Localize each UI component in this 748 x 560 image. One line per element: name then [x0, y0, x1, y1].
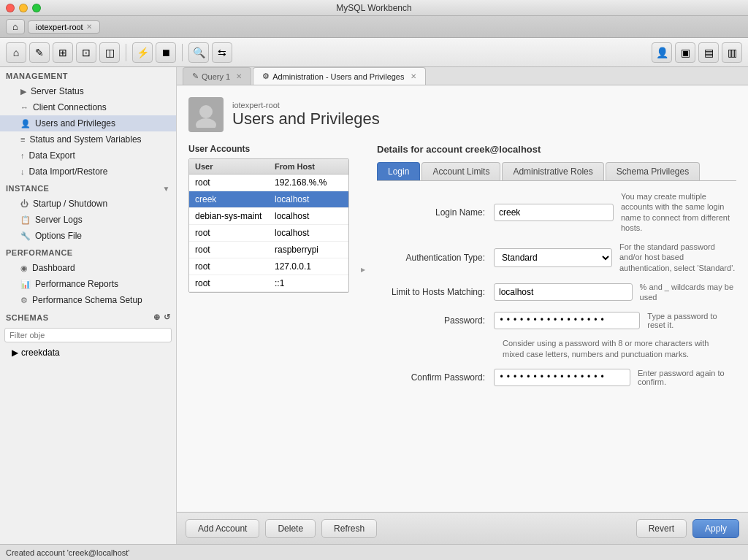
table-row[interactable]: root ::1 [189, 275, 348, 292]
sidebar-item-performance-reports[interactable]: 📊 Performance Reports [0, 276, 176, 292]
toolbar-migrate[interactable]: ⇆ [212, 42, 232, 63]
auth-type-row: Authentication Type: Standard For the st… [377, 242, 736, 273]
schemas-filter-input[interactable] [4, 328, 172, 342]
sidebar-item-server-status[interactable]: ▶ Server Status [0, 83, 176, 99]
content-tab-query1[interactable]: ✎ Query 1 ✕ [183, 67, 251, 85]
toolbar-layout-3[interactable]: ▥ [722, 42, 742, 63]
toolbar-sql-editor[interactable]: ✎ [29, 42, 50, 63]
sidebar-item-label: Data Import/Restore [29, 166, 108, 177]
toolbar-manage-connections[interactable]: ⊞ [53, 42, 73, 63]
auth-type-hint: For the standard password and/or host ba… [619, 242, 736, 273]
status-bar: Created account 'creek@localhost' [0, 544, 748, 560]
tab-iotexpert-root[interactable]: iotexpert-root ✕ [28, 20, 100, 34]
sidebar-item-label: Users and Privileges [35, 118, 115, 129]
auth-type-select[interactable]: Standard [494, 248, 612, 267]
main-layout: MANAGEMENT ▶ Server Status ↔ Client Conn… [0, 67, 748, 544]
delete-button[interactable]: Delete [265, 519, 316, 538]
toolbar-profile[interactable]: 👤 [652, 42, 672, 63]
table-row[interactable]: creek localhost [189, 191, 348, 208]
sidebar-item-data-import[interactable]: ↓ Data Import/Restore [0, 164, 176, 180]
login-name-label: Login Name: [377, 207, 494, 218]
admin-tab-close[interactable]: ✕ [411, 72, 416, 80]
close-button[interactable] [6, 4, 15, 12]
table-row[interactable]: root 127.0.0.1 [189, 258, 348, 275]
user-accounts-panel: User Accounts User From Host root 192.16… [188, 144, 349, 395]
sidebar-item-data-export[interactable]: ↑ Data Export [0, 147, 176, 164]
tab-bar-top: ⌂ iotexpert-root ✕ [0, 16, 748, 38]
sidebar-item-client-connections[interactable]: ↔ Client Connections [0, 99, 176, 115]
table-row[interactable]: root 192.168.%.% [189, 174, 348, 191]
sidebar-item-label: Data Export [29, 150, 75, 161]
minimize-button[interactable] [19, 4, 28, 12]
import-icon: ↓ [20, 167, 25, 176]
table-row[interactable]: debian-sys-maint localhost [189, 208, 348, 225]
query-tab-label: Query 1 [202, 72, 230, 81]
tab-label: iotexpert-root [36, 23, 83, 31]
user-cell: debian-sys-maint [189, 208, 269, 224]
sidebar-item-status-variables[interactable]: ≡ Status and System Variables [0, 131, 176, 147]
toolbar-layout-1[interactable]: ▣ [675, 42, 695, 63]
toolbar-stop[interactable]: ⏹ [156, 42, 176, 63]
table-row[interactable]: root raspberrypi [189, 242, 348, 258]
tab-schema-privileges[interactable]: Schema Privileges [606, 162, 700, 180]
page-header: iotexpert-root Users and Privileges [188, 97, 736, 132]
toolbar-import[interactable]: ⊡ [76, 42, 96, 63]
login-name-input[interactable] [494, 204, 614, 221]
confirm-password-input[interactable] [494, 369, 630, 386]
instance-collapse-icon[interactable]: ▼ [163, 185, 170, 193]
password-input[interactable] [494, 312, 640, 329]
apply-button[interactable]: Apply [692, 519, 739, 538]
table-row[interactable]: root localhost [189, 225, 348, 242]
confirm-password-hint: Enter password again to confirm. [638, 369, 736, 386]
user-accounts-table: User From Host root 192.168.%.% creek lo… [188, 158, 349, 293]
reports-icon: 📊 [20, 280, 31, 289]
resize-handle[interactable] [361, 144, 365, 395]
limit-hosts-row: Limit to Hosts Matching: % and _ wildcar… [377, 282, 736, 303]
bottom-bar-right: Revert Apply [636, 519, 739, 538]
tab-close-icon[interactable]: ✕ [86, 23, 92, 31]
sidebar-item-options-file[interactable]: 🔧 Options File [0, 228, 176, 244]
schemas-add-icon[interactable]: ⊕ [153, 312, 161, 322]
toolbar-query[interactable]: ⚡ [132, 42, 153, 63]
sidebar-item-startup-shutdown[interactable]: ⏻ Startup / Shutdown [0, 196, 176, 212]
inner-content: iotexpert-root Users and Privileges User… [177, 85, 748, 512]
status-message: Created account 'creek@localhost' [6, 548, 742, 557]
sidebar-item-performance-schema[interactable]: ⚙ Performance Schema Setup [0, 292, 176, 308]
sidebar-item-users-privileges[interactable]: 👤 Users and Privileges [0, 115, 176, 131]
sidebar-instance-header: INSTANCE ▼ [0, 180, 176, 196]
details-title: Details for account creek@localhost [377, 144, 736, 155]
sidebar-item-server-logs[interactable]: 📋 Server Logs [0, 212, 176, 228]
schemas-refresh-icon[interactable]: ↺ [164, 312, 171, 322]
maximize-button[interactable] [32, 4, 41, 12]
sidebar-item-dashboard[interactable]: ◉ Dashboard [0, 260, 176, 276]
options-icon: 🔧 [20, 231, 31, 241]
tab-admin-roles[interactable]: Administrative Roles [502, 162, 603, 180]
sidebar-item-label: Performance Schema Setup [32, 295, 142, 305]
bottom-bar-left: Add Account Delete Refresh [186, 519, 377, 538]
admin-tab-label: Administration - Users and Privileges [272, 72, 404, 81]
tab-login[interactable]: Login [377, 162, 420, 180]
sidebar-item-label: Startup / Shutdown [33, 199, 107, 209]
toolbar-layout-2[interactable]: ▤ [698, 42, 719, 63]
table-header: User From Host [189, 159, 348, 174]
confirm-password-label: Confirm Password: [377, 372, 494, 383]
content-tab-admin[interactable]: ⚙ Administration - Users and Privileges … [253, 67, 425, 85]
refresh-button[interactable]: Refresh [321, 519, 377, 538]
limit-hosts-input[interactable] [494, 283, 633, 301]
schema-item-creekdata[interactable]: ▶ creekdata [0, 345, 176, 360]
host-cell: localhost [269, 191, 348, 207]
login-form: Login Name: You may create multiple acco… [377, 191, 736, 386]
toolbar-export[interactable]: ◫ [99, 42, 120, 63]
revert-button[interactable]: Revert [636, 519, 687, 538]
users-icon: 👤 [20, 119, 31, 129]
home-button[interactable]: ⌂ [6, 19, 25, 34]
add-account-button[interactable]: Add Account [186, 519, 259, 538]
toolbar-search[interactable]: 🔍 [188, 42, 209, 63]
query-tab-close[interactable]: ✕ [236, 72, 242, 80]
host-cell: localhost [269, 208, 348, 224]
tab-account-limits[interactable]: Account Limits [421, 162, 500, 180]
toolbar: ⌂ ✎ ⊞ ⊡ ◫ ⚡ ⏹ 🔍 ⇆ 👤 ▣ ▤ ▥ [0, 38, 748, 67]
user-cell: root [189, 242, 269, 258]
user-accounts-title: User Accounts [188, 144, 349, 154]
toolbar-new-connection[interactable]: ⌂ [6, 42, 26, 63]
